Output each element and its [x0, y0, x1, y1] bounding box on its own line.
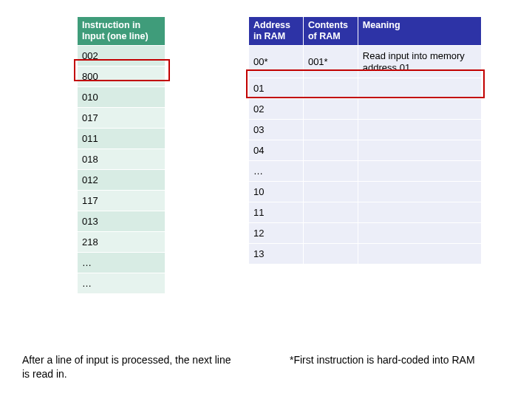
ram-cell-cont — [303, 78, 358, 99]
ram-cell-cont — [303, 120, 358, 140]
table-row: 117 — [78, 191, 166, 211]
ram-cell-addr: 12 — [249, 223, 304, 244]
input-instruction-table: Instruction in Input (one line) 002 800 … — [77, 16, 166, 294]
ram-cell-mean — [358, 202, 481, 223]
ram-cell-mean: Read input into memory address 01 — [358, 46, 481, 78]
table-row: 017 — [78, 108, 166, 129]
ram-cell-addr: 10 — [249, 182, 304, 202]
table-row: 018 — [78, 149, 166, 170]
ram-cell-addr: 13 — [249, 244, 304, 265]
ram-cell-mean — [358, 182, 481, 202]
ram-header-contents: Contents of RAM — [303, 17, 358, 46]
ram-header-address: Address in RAM — [249, 17, 304, 46]
ram-cell-addr: 00* — [249, 46, 304, 78]
footnote-right: *First instruction is hard-coded into RA… — [290, 353, 497, 367]
ram-header-meaning: Meaning — [358, 17, 481, 46]
ram-cell-mean — [358, 120, 481, 140]
ram-table: Address in RAM Contents of RAM Meaning 0… — [248, 16, 482, 265]
ram-cell-addr: 02 — [249, 99, 304, 120]
ram-cell-mean — [358, 140, 481, 161]
ram-cell-cont — [303, 140, 358, 161]
table-row: 010 — [78, 87, 166, 108]
ram-cell-cont — [303, 223, 358, 244]
ram-cell-mean — [358, 161, 481, 182]
table-row: 800 — [78, 66, 166, 87]
table-row: … — [78, 273, 166, 294]
ram-cell-addr: 03 — [249, 120, 304, 140]
ram-cell-addr: 04 — [249, 140, 304, 161]
footnote-left: After a line of input is processed, the … — [22, 353, 236, 381]
ram-cell-cont — [303, 182, 358, 202]
ram-cell-cont — [303, 244, 358, 265]
table-row: 218 — [78, 232, 166, 253]
ram-cell-addr: 01 — [249, 78, 304, 99]
table-row: … — [78, 253, 166, 273]
ram-cell-cont — [303, 99, 358, 120]
ram-cell-cont — [303, 161, 358, 182]
ram-cell-mean — [358, 223, 481, 244]
ram-cell-cont — [303, 202, 358, 223]
slide: Instruction in Input (one line) 002 800 … — [0, 0, 532, 399]
ram-cell-cont: 001* — [303, 46, 358, 78]
ram-cell-mean — [358, 78, 481, 99]
ram-cell-addr: … — [249, 161, 304, 182]
table-row: 012 — [78, 170, 166, 191]
input-header: Instruction in Input (one line) — [78, 17, 166, 46]
ram-cell-mean — [358, 244, 481, 265]
ram-cell-addr: 11 — [249, 202, 304, 223]
table-row: 002 — [78, 46, 166, 66]
table-row: 011 — [78, 129, 166, 149]
ram-cell-mean — [358, 99, 481, 120]
table-row: 013 — [78, 211, 166, 232]
